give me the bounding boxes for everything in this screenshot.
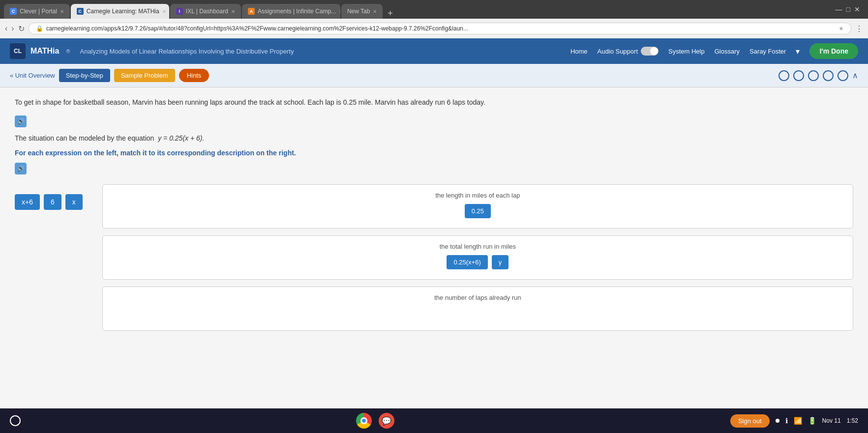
mathia-nav: Home Audio Support System Help Glossary … — [570, 43, 858, 59]
expr-chip-6[interactable]: 6 — [44, 194, 61, 210]
tab-newtab-close[interactable]: ✕ — [373, 9, 377, 14]
equation-text: The situation can be modeled by the equa… — [15, 134, 853, 142]
extensions-button[interactable]: ⋮ — [855, 24, 863, 33]
progress-collapse-button[interactable]: ∧ — [852, 71, 858, 80]
logo-text: CL — [14, 48, 22, 55]
info-icon-1[interactable]: 🔊 — [15, 115, 27, 127]
exercise-area: x+6 6 x the length in miles of each lap … — [15, 184, 853, 331]
glossary-nav[interactable]: Glossary — [715, 48, 740, 55]
user-name[interactable]: Saray Foster — [749, 48, 786, 55]
mathia-logo: CL MATHia ® Analyzing Models of Linear R… — [10, 43, 294, 59]
expr-chip-x[interactable]: x — [65, 194, 83, 210]
back-button[interactable]: ‹ — [5, 24, 7, 33]
browser-controls: — □ ✕ — [836, 5, 864, 13]
tab-clever[interactable]: C Clever | Portal ✕ — [4, 4, 70, 19]
match-chip-y[interactable]: y — [492, 255, 509, 269]
home-nav[interactable]: Home — [570, 48, 588, 55]
taskbar-time: 1:52 — [847, 417, 858, 424]
chrome-ring-inner — [360, 417, 367, 424]
match-chips-1: 0.25 — [113, 204, 843, 218]
tab-carnegie-label: Carnegie Learning: MATHia — [87, 8, 159, 15]
tab-bar: C Clever | Portal ✕ C Carnegie Learning:… — [4, 0, 834, 19]
chrome-icon[interactable] — [356, 413, 372, 429]
progress-circles: ∧ — [778, 70, 858, 81]
reload-button[interactable]: ↻ — [18, 24, 25, 33]
chat-button[interactable]: 💬 — [379, 413, 394, 429]
match-chip-0.25[interactable]: 0.25 — [465, 204, 491, 218]
progress-buttons: « Unit Overview Step-by-Step Sample Prob… — [10, 69, 209, 82]
wifi-icon: 📶 — [794, 417, 802, 425]
hints-button[interactable]: Hints — [179, 69, 210, 82]
tab-infinite[interactable]: A Assignments | Infinite Camp... ✕ — [242, 4, 340, 19]
step-by-step-button[interactable]: Step-by-Step — [59, 69, 110, 82]
tab-infinite-close[interactable]: ✕ — [339, 9, 340, 14]
taskbar-right: Sign out ℹ 📶 🔋 Nov 11 1:52 — [730, 414, 858, 428]
match-box-2-label: the total length run in miles — [113, 243, 843, 250]
match-box-3: the number of laps already run — [102, 287, 853, 331]
problem-text: To get in shape for basketball season, M… — [15, 97, 853, 108]
equation: y = 0.25(x + 6). — [158, 134, 204, 142]
tab-ixl[interactable]: I IXL | Dashboard ✕ — [170, 4, 241, 19]
tab-carnegie-close[interactable]: ✕ — [162, 9, 166, 14]
tab-ixl-label: IXL | Dashboard — [186, 8, 228, 15]
tab-carnegie[interactable]: C Carnegie Learning: MATHia ✕ — [71, 4, 169, 19]
sample-problem-button[interactable]: Sample Problem — [114, 69, 175, 82]
mathia-header: CL MATHia ® Analyzing Models of Linear R… — [0, 38, 868, 64]
match-box-1-label: the length in miles of each lap — [113, 192, 843, 199]
left-expressions: x+6 6 x — [15, 184, 83, 331]
mathia-registered: ® — [66, 48, 70, 54]
unit-overview-button[interactable]: « Unit Overview — [10, 72, 55, 79]
mathia-app-name: MATHia — [30, 47, 59, 56]
progress-circle-4 — [823, 70, 834, 81]
match-box-1: the length in miles of each lap 0.25 — [102, 184, 853, 229]
toggle-switch[interactable] — [641, 47, 658, 56]
taskbar-home-circle[interactable] — [10, 415, 21, 426]
maximize-button[interactable]: □ — [846, 5, 850, 13]
progress-row: « Unit Overview Step-by-Step Sample Prob… — [0, 64, 868, 87]
progress-circle-2 — [793, 70, 804, 81]
progress-circle-3 — [808, 70, 819, 81]
taskbar-info-icon: ℹ — [785, 417, 788, 425]
battery-icon: 🔋 — [808, 417, 816, 425]
info-icon-2[interactable]: 🔊 — [15, 163, 27, 174]
instruction-text: For each expression on the left, match i… — [15, 149, 853, 157]
new-tab-button[interactable]: + — [384, 8, 397, 19]
expr-chip-x-plus-6[interactable]: x+6 — [15, 194, 40, 210]
mathia-subtitle: Analyzing Models of Linear Relationships… — [80, 48, 294, 55]
tab-clever-close[interactable]: ✕ — [60, 9, 64, 14]
progress-circle-5 — [838, 70, 848, 81]
audio-support-toggle[interactable]: Audio Support — [598, 47, 658, 56]
match-box-3-label: the number of laps already run — [113, 294, 843, 301]
address-bar-row: ‹ › ↻ 🔒 carnegielearning.com/apps/k12/9.… — [0, 19, 868, 38]
taskbar-center: 💬 — [356, 413, 394, 429]
progress-circle-1 — [778, 70, 789, 81]
right-boxes: the length in miles of each lap 0.25 the… — [102, 184, 853, 331]
address-bar[interactable]: 🔒 carnegielearning.com/apps/k12/9.7.26/s… — [29, 23, 851, 34]
address-text: carnegielearning.com/apps/k12/9.7.26/sap… — [46, 25, 836, 32]
toggle-knob — [650, 47, 658, 55]
im-done-button[interactable]: I'm Done — [809, 43, 858, 59]
match-box-2: the total length run in miles 0.25(x+6) … — [102, 235, 853, 280]
tab-newtab[interactable]: New Tab ✕ — [341, 4, 383, 19]
taskbar: 💬 Sign out ℹ 📶 🔋 Nov 11 1:52 — [0, 408, 868, 433]
main-content: To get in shape for basketball season, M… — [0, 87, 868, 408]
expr-chips: x+6 6 x — [15, 194, 83, 210]
browser-chrome: C Clever | Portal ✕ C Carnegie Learning:… — [0, 0, 868, 19]
system-help-nav[interactable]: System Help — [668, 48, 705, 55]
minimize-button[interactable]: — — [836, 5, 842, 13]
sign-out-button[interactable]: Sign out — [730, 414, 770, 428]
taskbar-dot-1 — [776, 419, 779, 423]
mathia-logo-icon: CL — [10, 43, 26, 59]
tab-clever-label: Clever | Portal — [20, 8, 57, 15]
forward-button[interactable]: › — [11, 24, 14, 33]
audio-support-label: Audio Support — [598, 48, 638, 55]
tab-newtab-label: New Tab — [347, 8, 370, 15]
tab-ixl-close[interactable]: ✕ — [231, 9, 235, 14]
match-chips-2: 0.25(x+6) y — [113, 255, 843, 269]
match-chip-0.25-x-plus-6[interactable]: 0.25(x+6) — [447, 255, 487, 269]
user-dropdown-icon[interactable]: ▾ — [796, 47, 800, 56]
equation-intro: The situation can be modeled by the equa… — [15, 134, 154, 142]
taskbar-date: Nov 11 — [822, 417, 841, 424]
tab-infinite-label: Assignments | Infinite Camp... — [258, 8, 336, 15]
close-button[interactable]: ✕ — [854, 5, 860, 13]
